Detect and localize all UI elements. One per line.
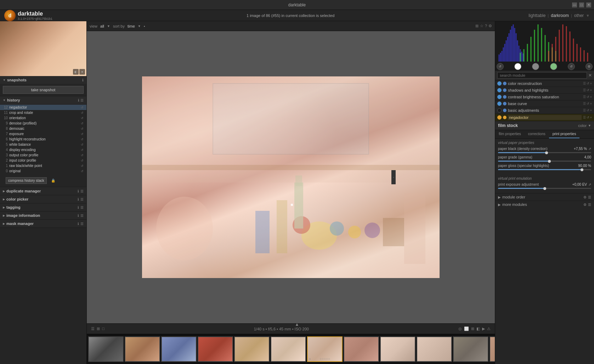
history-item-9[interactable]: 9 denoise (profiled) ↺ <box>0 121 86 126</box>
warning-icon[interactable]: ⚠ <box>487 327 491 331</box>
film-thumb-5[interactable] <box>234 336 270 362</box>
paper-grade-thumb[interactable] <box>548 160 551 163</box>
view-dropdown-icon[interactable]: ▼ <box>107 24 110 28</box>
film-thumb-3[interactable] <box>161 336 197 362</box>
compress-history-button[interactable]: compress history stack <box>6 177 47 184</box>
history-item-1[interactable]: 1 raw black/white point ↺ <box>0 163 86 168</box>
nav-darkroom[interactable]: darkroom <box>551 13 569 18</box>
color-picker-info-icon[interactable]: ℹ <box>78 197 79 201</box>
module-delete-icon[interactable]: × <box>590 109 592 112</box>
history-item-11[interactable]: 11 crop and rotate ↺ <box>0 110 86 115</box>
module-presets-icon[interactable]: ☰ <box>583 102 586 105</box>
image-information-header[interactable]: ▶ image information ℹ ☰ <box>0 212 86 219</box>
module-presets-icon[interactable]: ☰ <box>583 109 586 112</box>
compare-icon[interactable]: ⊞ <box>475 24 479 28</box>
module-reset-icon[interactable]: ↺ <box>587 116 589 119</box>
histogram-gray-point[interactable] <box>532 63 539 70</box>
filmstrip-icon[interactable]: ☰ <box>91 327 95 331</box>
film-thumb-2[interactable] <box>125 336 160 362</box>
history-item-10[interactable]: 10 orientation ↺ <box>0 115 86 121</box>
module-order-settings-icon[interactable]: ⚙ <box>583 195 587 199</box>
all-link[interactable]: all <box>100 24 104 28</box>
histogram-white-point[interactable] <box>514 63 521 70</box>
print-exposure-slider[interactable] <box>498 188 591 189</box>
film-thumb-6[interactable] <box>271 336 306 362</box>
view-link[interactable]: view <box>90 24 97 28</box>
color-picker-menu-icon[interactable]: ☰ <box>80 197 84 201</box>
mask-manager-info-icon[interactable]: ℹ <box>78 222 79 226</box>
tagging-info-icon[interactable]: ℹ <box>78 206 79 209</box>
paper-gloss-slider[interactable] <box>498 169 591 170</box>
module-enable-toggle[interactable] <box>497 108 502 112</box>
paper-gloss-thumb[interactable] <box>581 168 583 171</box>
module-reset-icon[interactable]: ↺ <box>587 109 589 112</box>
picker-icon[interactable]: ◎ <box>458 327 462 331</box>
right-panel-toggle[interactable]: › <box>391 170 396 184</box>
minimize-button[interactable]: — <box>572 2 577 7</box>
module-delete-icon[interactable]: × <box>590 88 592 92</box>
snapshot-icon[interactable]: ⊞ <box>97 327 100 331</box>
history-menu-icon[interactable]: ☰ <box>80 98 84 102</box>
histogram-reset2-button[interactable]: ↺ <box>568 63 575 70</box>
module-reset-icon[interactable]: ↺ <box>587 95 589 99</box>
paper-black-thumb[interactable] <box>545 151 548 154</box>
nav-lighttable[interactable]: lighttable <box>528 13 545 18</box>
image-information-info-icon[interactable]: ℹ <box>78 214 79 218</box>
duplicate-manager-info-icon[interactable]: ℹ <box>78 189 79 193</box>
maximize-button[interactable]: □ <box>579 2 584 7</box>
film-thumb-7[interactable]: x ☆☆☆☆☆ <box>307 336 343 362</box>
star-icon[interactable]: ☆ <box>480 24 483 28</box>
module-presets-icon[interactable]: ☰ <box>583 82 586 85</box>
paper-grade-slider[interactable] <box>498 161 591 162</box>
history-item-8[interactable]: 8 demosaic ↺ <box>0 126 86 131</box>
module-enable-toggle[interactable] <box>497 102 502 106</box>
mask-manager-menu-icon[interactable]: ☰ <box>80 222 84 226</box>
search-module-input[interactable] <box>497 72 587 79</box>
module-reset-icon[interactable]: ↺ <box>587 102 589 105</box>
paper-black-link-icon[interactable]: ⇗ <box>588 147 591 151</box>
sort-order-icon[interactable]: • <box>144 24 145 28</box>
film-thumb-8[interactable] <box>344 336 379 362</box>
history-item-3[interactable]: 3 output color profile ↺ <box>0 152 86 158</box>
mask-manager-header[interactable]: ▶ mask manager ℹ ☰ <box>0 220 86 227</box>
module-enable-toggle[interactable] <box>497 115 502 120</box>
sort-dropdown-icon[interactable]: ▼ <box>138 24 141 28</box>
play-icon[interactable]: ▶ <box>482 327 485 331</box>
module-enable-toggle[interactable] <box>497 95 502 99</box>
sort-time-label[interactable]: time <box>128 24 135 28</box>
paper-black-slider[interactable] <box>498 152 591 153</box>
history-item-2[interactable]: 2 input color profile ↺ <box>0 158 86 163</box>
more-modules-settings-icon[interactable]: ⚙ <box>583 203 587 207</box>
history-item-0[interactable]: 0 original ↺ <box>0 168 86 174</box>
history-header[interactable]: ▼ history ℹ ☰ <box>0 96 86 104</box>
history-info-icon[interactable]: ℹ <box>78 98 79 102</box>
module-enable-toggle[interactable] <box>497 81 502 86</box>
history-item-12[interactable]: 12 negadoctor ↺ <box>0 105 86 110</box>
module-delete-icon[interactable]: × <box>590 95 592 99</box>
snapshots-info-icon[interactable]: ℹ <box>82 78 84 82</box>
module-presets-icon[interactable]: ☰ <box>583 88 586 92</box>
nav-other[interactable]: other <box>574 13 584 18</box>
print-exposure-link-icon[interactable]: ⇗ <box>588 183 591 186</box>
film-thumb-4[interactable] <box>198 336 233 362</box>
module-reset-icon[interactable]: ↺ <box>587 82 589 85</box>
history-item-5[interactable]: 5 white balance ↺ <box>0 142 86 147</box>
module-delete-icon[interactable]: × <box>590 82 592 85</box>
image-information-menu-icon[interactable]: ☰ <box>80 214 84 218</box>
histogram-reset-button[interactable]: ↺ <box>497 63 504 70</box>
film-thumb-10[interactable] <box>417 336 452 362</box>
close-button[interactable]: ✕ <box>586 2 591 7</box>
color-picker-header[interactable]: ▶ color picker ℹ ☰ <box>0 195 86 203</box>
snapshots-header[interactable]: ▼ snapshots ℹ <box>0 76 86 84</box>
history-item-6[interactable]: 6 highlight reconstruction ↺ <box>0 137 86 142</box>
take-snapshot-button[interactable]: take snapshot <box>3 86 84 94</box>
tab-print-properties[interactable]: print properties <box>549 130 580 138</box>
module-presets-icon[interactable]: ☰ <box>583 116 586 119</box>
module-enable-toggle[interactable] <box>497 88 502 92</box>
print-exposure-thumb[interactable] <box>543 187 546 190</box>
histogram-green-point[interactable] <box>550 63 557 70</box>
histogram-option-button[interactable]: ⚙ <box>585 63 593 70</box>
module-reset-icon[interactable]: ↺ <box>587 88 589 92</box>
film-thumb-1[interactable] <box>88 336 124 362</box>
compare-icon[interactable]: ◧ <box>476 327 480 331</box>
